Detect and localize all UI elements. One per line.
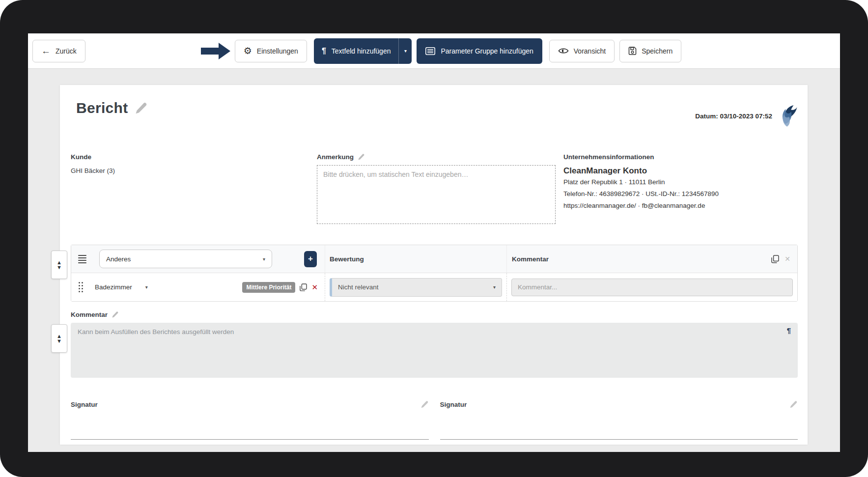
textfield-pilcrow-icon[interactable]: ¶ <box>787 326 791 335</box>
company-web-mail: https://cleanmanager.de/ · fb@cleanmanag… <box>563 201 798 211</box>
save-button[interactable]: Speichern <box>619 40 681 62</box>
comment-column-header: Kommentar <box>512 255 549 263</box>
gear-icon: ⚙ <box>244 46 252 56</box>
company-name: CleanManager Konto <box>563 166 798 176</box>
reorder-group-button[interactable]: ▲ ▼ <box>51 251 67 279</box>
edit-comment-pencil-icon[interactable] <box>112 311 119 318</box>
parameter-group-header: Anderes ▾ + Bewertung Kommentar <box>71 245 797 273</box>
edit-note-pencil-icon[interactable] <box>358 153 365 161</box>
customer-value: GHI Bäcker (3) <box>71 167 317 174</box>
group-type-value: Anderes <box>106 255 131 263</box>
signature-left-label: Signatur <box>71 401 98 408</box>
pointer-arrow-icon <box>201 41 231 61</box>
rating-chevron-down-icon: ▾ <box>493 284 496 290</box>
remove-group-icon[interactable]: ✕ <box>784 255 790 263</box>
report-date: Datum: 03/10-2023 07:52 <box>695 112 772 120</box>
drag-handle-icon[interactable] <box>79 282 83 292</box>
rating-select[interactable]: Nicht relevant ▾ <box>330 278 502 297</box>
add-textfield-caret[interactable]: ▾ <box>398 38 412 64</box>
company-phone-vat: Telefon-Nr.: 46389829672 · USt.-ID-Nr.: … <box>563 189 798 199</box>
group-menu-icon[interactable] <box>78 255 86 263</box>
editor-window: ← Zurück ⚙ Einstellungen ¶ Textfeld hinz… <box>28 33 840 452</box>
edit-title-pencil-icon[interactable] <box>135 102 148 115</box>
save-button-label: Speichern <box>642 47 672 55</box>
note-label: Anmerkung <box>317 153 354 161</box>
settings-button-label: Einstellungen <box>257 47 298 55</box>
eye-icon <box>558 47 569 55</box>
app-frame: ← Zurück ⚙ Einstellungen ¶ Textfeld hinz… <box>0 0 868 477</box>
add-parameter-group-label: Parameter Gruppe hinzufügen <box>441 47 533 55</box>
back-button[interactable]: ← Zurück <box>32 40 85 62</box>
duplicate-row-icon[interactable] <box>300 283 307 291</box>
signature-field-right: Signatur <box>440 400 798 440</box>
add-parameter-group-button[interactable]: Parameter Gruppe hinzufügen <box>417 38 542 64</box>
edit-signature-right-pencil-icon[interactable] <box>789 400 798 409</box>
company-info-label: Unternehmensinformationen <box>563 153 798 161</box>
group-type-select[interactable]: Anderes ▾ <box>99 250 272 268</box>
parameter-row: Badezimmer ▾ Mittlere Priorität ✕ <box>71 273 797 301</box>
duplicate-group-icon[interactable] <box>771 255 779 263</box>
reorder-comment-button[interactable]: ▲ ▼ <box>51 324 67 353</box>
delete-row-icon[interactable]: ✕ <box>311 283 318 292</box>
parameter-name-select[interactable]: Badezimmer <box>95 283 132 291</box>
parameter-group-icon <box>425 47 435 55</box>
customer-label: Kunde <box>71 153 317 161</box>
page-title: Bericht <box>76 100 128 116</box>
toolbar: ← Zurück ⚙ Einstellungen ¶ Textfeld hinz… <box>28 33 840 69</box>
add-textfield-button[interactable]: ¶ Textfeld hinzufügen ▾ <box>314 38 412 64</box>
save-floppy-icon <box>628 47 637 55</box>
static-text-area[interactable]: Bitte drücken, um statischen Text einzug… <box>317 165 556 224</box>
pilcrow-icon: ¶ <box>322 47 326 56</box>
add-textfield-label: Textfeld hinzufügen <box>332 47 391 55</box>
move-down-icon: ▼ <box>56 338 62 343</box>
edit-signature-left-pencil-icon[interactable] <box>420 400 429 409</box>
settings-button[interactable]: ⚙ Einstellungen <box>235 40 307 62</box>
company-logo <box>779 105 798 127</box>
back-button-label: Zurück <box>56 47 77 55</box>
row-comment-input[interactable] <box>511 279 793 296</box>
comment-placeholder: Kann beim Ausfüllen des Berichtes ausgef… <box>78 328 234 336</box>
parameter-group: Anderes ▾ + Bewertung Kommentar <box>71 245 798 302</box>
parameter-chevron-down-icon[interactable]: ▾ <box>145 284 148 290</box>
signature-right-label: Signatur <box>440 401 467 408</box>
preview-button-label: Voransicht <box>574 47 606 55</box>
add-parameter-button[interactable]: + <box>304 251 317 267</box>
back-arrow-icon: ← <box>41 46 51 56</box>
page-background: Bericht Datum: 03/10-2023 07:52 <box>28 69 840 452</box>
comment-section-label: Kommentar <box>71 311 108 318</box>
preview-button[interactable]: Voransicht <box>549 40 615 62</box>
company-address: Platz der Republik 1 · 11011 Berlin <box>563 177 798 188</box>
move-down-icon: ▼ <box>56 265 62 270</box>
rating-value: Nicht relevant <box>338 283 379 291</box>
chevron-down-icon: ▾ <box>263 256 265 262</box>
signature-field-left: Signatur <box>71 400 429 440</box>
report-card: Bericht Datum: 03/10-2023 07:52 <box>60 85 808 445</box>
rating-column-header: Bewertung <box>330 255 364 263</box>
comment-textarea[interactable]: Kann beim Ausfüllen des Berichtes ausgef… <box>71 323 798 378</box>
priority-badge: Mittlere Priorität <box>242 282 295 293</box>
